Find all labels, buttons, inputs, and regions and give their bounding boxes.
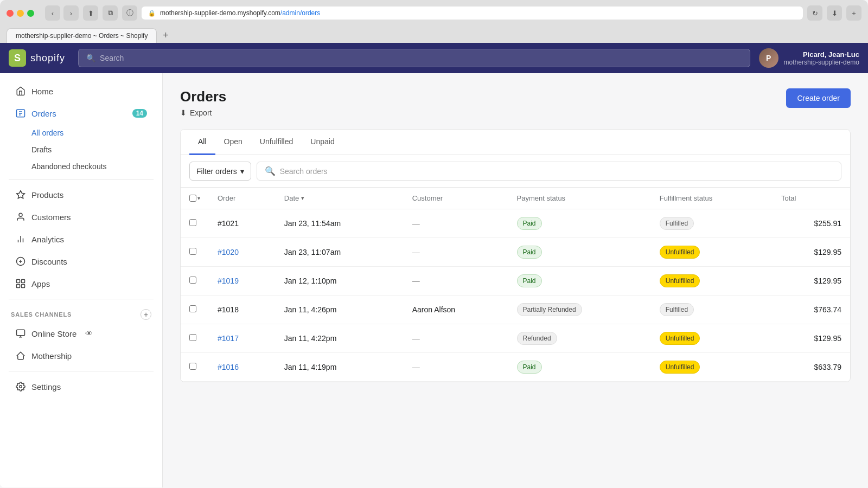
payment-status-badge: Paid: [517, 274, 542, 287]
col-header-order: Order: [209, 188, 276, 209]
table-row[interactable]: #1016Jan 11, 4:19pm—PaidUnfulfilled$633.…: [181, 353, 850, 382]
browser-share-button[interactable]: ⬆: [83, 5, 98, 21]
home-icon: [15, 86, 26, 97]
tab-unpaid[interactable]: Unpaid: [302, 130, 343, 155]
browser-tab-button[interactable]: ⧉: [103, 5, 118, 21]
sidebar-item-home[interactable]: Home: [4, 80, 158, 102]
order-link[interactable]: #1016: [218, 363, 239, 371]
filters-bar: Filter orders ▾ 🔍: [181, 155, 850, 188]
sidebar-item-customers[interactable]: Customers: [4, 206, 158, 228]
table-row[interactable]: #1018Jan 11, 4:26pmAaron AlfsonPartially…: [181, 296, 850, 324]
avatar: P: [759, 48, 778, 68]
table-row[interactable]: #1020Jan 23, 11:07am—PaidUnfulfilled$129…: [181, 238, 850, 267]
sidebar-item-discounts[interactable]: Discounts: [4, 251, 158, 272]
sidebar-item-analytics[interactable]: Analytics: [4, 228, 158, 250]
col-header-payment-status: Payment status: [508, 188, 651, 209]
sidebar-item-apps[interactable]: Apps: [4, 273, 158, 294]
customer-dash: —: [412, 334, 420, 343]
order-date: Jan 23, 11:54am: [276, 209, 404, 238]
order-total: $255.91: [773, 209, 850, 238]
col-header-date[interactable]: Date ▾: [276, 188, 404, 209]
payment-status-badge: Partially Refunded: [517, 303, 582, 316]
add-sales-channel-button[interactable]: +: [141, 309, 151, 320]
browser-reload-button[interactable]: ↻: [807, 5, 822, 21]
topnav: S shopify 🔍 P Picard, Jean-Luc mothershi…: [0, 43, 868, 73]
row-checkbox[interactable]: [189, 305, 196, 312]
customer-dash: —: [412, 277, 420, 285]
customer-dash: —: [412, 363, 420, 371]
order-link[interactable]: #1019: [218, 277, 239, 285]
table-row[interactable]: #1017Jan 11, 4:22pm—RefundedUnfulfilled$…: [181, 324, 850, 353]
select-all-wrapper: ▾: [189, 195, 200, 202]
svg-rect-15: [22, 285, 25, 288]
topnav-logo[interactable]: S shopify: [9, 49, 65, 67]
row-checkbox[interactable]: [189, 277, 196, 284]
row-checkbox[interactable]: [189, 363, 196, 370]
sidebar-subitem-drafts[interactable]: Drafts: [4, 142, 158, 158]
tab-unfulfilled[interactable]: Unfulfilled: [251, 130, 302, 155]
row-checkbox[interactable]: [189, 334, 196, 341]
user-info: Picard, Jean-Luc mothership-supplier-dem…: [784, 50, 859, 66]
export-button[interactable]: ⬇ Export: [180, 105, 212, 120]
fulfillment-status-badge: Unfulfilled: [660, 274, 700, 287]
orders-tabs: All Open Unfulfilled Unpaid: [181, 130, 850, 155]
order-link[interactable]: #1020: [218, 248, 239, 256]
sidebar-item-products[interactable]: Products: [4, 184, 158, 206]
sidebar-divider-2: [9, 299, 154, 299]
sidebar-subitem-abandoned-checkouts[interactable]: Abandoned checkouts: [4, 158, 158, 175]
sidebar: Home Orders 14 All orders Drafts Abandon…: [0, 73, 163, 487]
row-checkbox[interactable]: [189, 219, 196, 226]
customer-dash: —: [412, 248, 420, 256]
col-header-customer: Customer: [404, 188, 508, 209]
traffic-light-close[interactable]: [7, 10, 14, 17]
col-header-total: Total: [773, 188, 850, 209]
search-input[interactable]: [100, 54, 742, 62]
browser-tab[interactable]: mothership-supplier-demo ~ Orders ~ Shop…: [7, 28, 157, 43]
sidebar-item-online-store[interactable]: Online Store 👁: [4, 323, 158, 344]
sidebar-item-mothership[interactable]: Mothership: [4, 345, 158, 367]
table-row[interactable]: #1021Jan 23, 11:54am—PaidFulfilled$255.9…: [181, 209, 850, 238]
filter-orders-button[interactable]: Filter orders ▾: [189, 162, 251, 181]
browser-new-tab-button[interactable]: +: [846, 5, 861, 21]
avatar-image: P: [759, 48, 778, 68]
address-bar[interactable]: 🔒 mothership-supplier-demo.myshopify.com…: [142, 7, 803, 20]
chevron-down-icon[interactable]: ▾: [197, 195, 200, 201]
browser-download-button[interactable]: ⬇: [827, 5, 842, 21]
new-tab-button[interactable]: +: [159, 29, 172, 42]
svg-marker-4: [17, 191, 25, 198]
topnav-search[interactable]: 🔍: [78, 49, 750, 67]
table-row[interactable]: #1019Jan 12, 1:10pm—PaidUnfulfilled$129.…: [181, 267, 850, 296]
browser-info-button[interactable]: ⓘ: [122, 5, 137, 21]
order-total: $129.95: [773, 324, 850, 353]
tab-all[interactable]: All: [189, 130, 215, 155]
order-date: Jan 11, 4:26pm: [276, 296, 404, 324]
sidebar-item-settings[interactable]: Settings: [4, 376, 158, 397]
orders-card: All Open Unfulfilled Unpaid Filter order…: [180, 129, 851, 382]
search-icon: 🔍: [86, 54, 95, 62]
content-area: Home Orders 14 All orders Drafts Abandon…: [0, 73, 868, 487]
sidebar-divider-1: [9, 179, 154, 179]
customer-dash: —: [412, 219, 420, 228]
main-content: Orders ⬇ Export Create order All Open Un…: [163, 73, 868, 487]
search-orders-input[interactable]: [280, 167, 833, 176]
topnav-user[interactable]: P Picard, Jean-Luc mothership-supplier-d…: [759, 48, 859, 68]
sidebar-subitem-all-orders[interactable]: All orders: [4, 125, 158, 141]
row-checkbox[interactable]: [189, 248, 196, 255]
sidebar-item-orders[interactable]: Orders 14: [4, 102, 158, 124]
select-all-checkbox[interactable]: [189, 195, 196, 202]
order-date: Jan 11, 4:19pm: [276, 353, 404, 382]
export-icon: ⬇: [180, 108, 187, 117]
order-link[interactable]: #1017: [218, 334, 239, 343]
traffic-light-fullscreen[interactable]: [27, 10, 34, 17]
traffic-light-minimize[interactable]: [17, 10, 24, 17]
app-container: S shopify 🔍 P Picard, Jean-Luc mothershi…: [0, 43, 868, 487]
fulfillment-status-badge: Fulfilled: [660, 303, 694, 316]
browser-back-button[interactable]: ‹: [45, 5, 60, 21]
browser-forward-button[interactable]: ›: [63, 5, 79, 21]
orders-table: ▾ Order Date ▾ Customer Pa: [181, 188, 850, 382]
create-order-button[interactable]: Create order: [786, 88, 851, 108]
svg-point-19: [20, 386, 22, 388]
tab-open[interactable]: Open: [215, 130, 251, 155]
url-text: mothership-supplier-demo.myshopify.com/a…: [160, 9, 320, 17]
settings-icon: [15, 381, 26, 392]
